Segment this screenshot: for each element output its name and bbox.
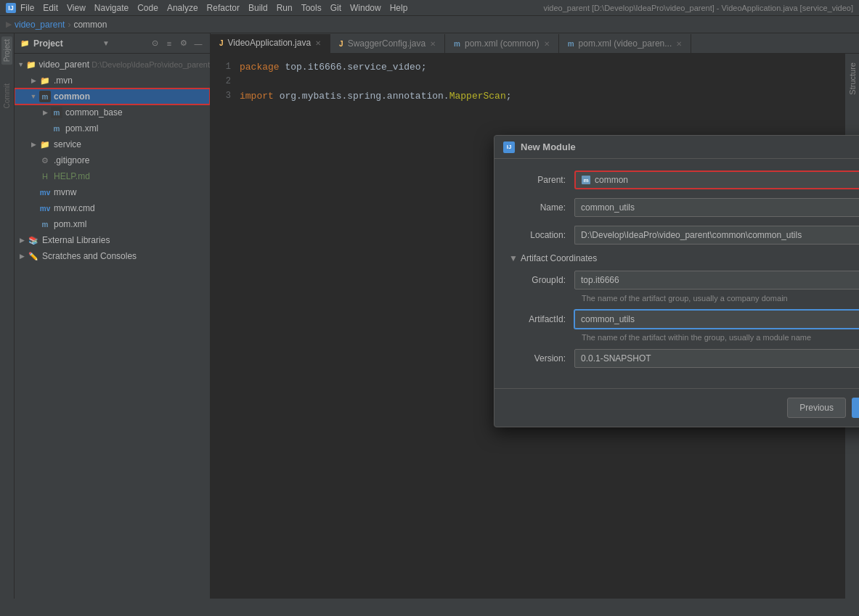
tree-item-common-base[interactable]: ▶ m common_base: [15, 104, 210, 120]
finish-button[interactable]: Finish: [852, 398, 859, 418]
breadcrumb-root[interactable]: video_parent: [15, 20, 65, 30]
location-row: Location: 📂: [509, 226, 859, 245]
main-layout: Project Commit 📁 Project ▼ ⊙ ≡ ⚙ — ▼ 📁 v…: [0, 33, 859, 599]
groupid-row: GroupId:: [509, 271, 859, 289]
dialog-icon: IJ: [503, 141, 515, 153]
code-content: package top.it6666.service_video;: [240, 62, 426, 73]
artifact-section-header: ▼ Artifact Coordinates: [509, 253, 859, 263]
tree-item-video-parent[interactable]: ▼ 📁 video_parent D:\Develop\IdeaPro\vide…: [15, 57, 210, 73]
tab-pom-video[interactable]: m pom.xml (video_paren... ✕: [559, 34, 692, 53]
menu-run[interactable]: Run: [277, 3, 293, 13]
tab-label: pom.xml (video_paren...: [579, 38, 672, 49]
toggle-icon: ▼: [17, 60, 25, 69]
parent-row: Parent: m common ▼: [509, 171, 859, 189]
collapse-icon[interactable]: ≡: [163, 38, 175, 49]
folder-icon: 📁: [39, 139, 51, 150]
breadcrumb: ▶ video_parent › common: [0, 16, 859, 33]
parent-dropdown[interactable]: m common ▼: [574, 171, 859, 189]
tab-close-icon[interactable]: ✕: [544, 40, 550, 48]
tree-label: Scratches and Consoles: [42, 251, 137, 261]
maven-module-icon: m: [582, 176, 590, 184]
tab-close-icon[interactable]: ✕: [676, 40, 682, 48]
menu-build[interactable]: Build: [248, 3, 268, 13]
menu-edit[interactable]: Edit: [43, 3, 58, 13]
tabs-bar: J VideoApplication.java ✕ J SwaggerConfi…: [211, 33, 859, 54]
sidebar-tab-project[interactable]: Project: [1, 36, 12, 65]
tree-item-gitignore[interactable]: ⚙ .gitignore: [15, 152, 210, 168]
menu-analyze[interactable]: Analyze: [167, 3, 198, 13]
dialog-title-bar: IJ New Module ✕: [494, 136, 859, 159]
tree-item-scratches[interactable]: ▶ ✏️ Scratches and Consoles: [15, 248, 210, 264]
java-icon: J: [219, 39, 224, 47]
scratch-icon: ✏️: [28, 250, 39, 262]
tree-label: .mvn: [54, 75, 73, 86]
artifactid-row: ArtifactId:: [509, 310, 859, 329]
line-number: 1: [211, 62, 240, 72]
title-bar: IJ File Edit View Navigate Code Analyze …: [0, 0, 859, 16]
tree-item-pom-root[interactable]: m pom.xml: [15, 216, 210, 232]
parent-value: common: [595, 175, 859, 185]
tree-item-mvn[interactable]: ▶ 📁 .mvn: [15, 73, 210, 89]
tab-close-icon[interactable]: ✕: [430, 40, 436, 48]
new-module-dialog: IJ New Module ✕ Parent: m common ▼: [494, 135, 859, 427]
line-number: 3: [211, 91, 240, 101]
tab-pom-common[interactable]: m pom.xml (common) ✕: [445, 34, 559, 53]
tree-label: mvnw.cmd: [54, 203, 95, 213]
file-icon: H: [39, 171, 51, 182]
section-collapse-icon[interactable]: ▼: [509, 253, 518, 263]
close-panel-icon[interactable]: —: [192, 38, 204, 49]
menu-git[interactable]: Git: [330, 3, 341, 13]
menu-navigate[interactable]: Navigate: [94, 3, 129, 13]
tab-label: pom.xml (common): [465, 38, 540, 49]
module-icon: m: [51, 107, 62, 118]
folder-icon: 📁: [26, 59, 36, 70]
parent-label: Parent:: [509, 175, 574, 185]
tab-close-icon[interactable]: ✕: [315, 39, 321, 47]
name-input[interactable]: [574, 198, 859, 217]
breadcrumb-common[interactable]: common: [73, 20, 107, 30]
window-title: video_parent [D:\Develop\IdeaPro\video_p…: [543, 4, 853, 12]
tab-swaggerconfig[interactable]: J SwaggerConfig.java ✕: [330, 34, 445, 53]
artifactid-hint: The name of the artifact within the grou…: [509, 333, 859, 342]
tree-item-helpmd[interactable]: H HELP.md: [15, 168, 210, 184]
location-input[interactable]: [574, 226, 859, 245]
version-input[interactable]: [574, 349, 859, 368]
tree-label: common_base: [65, 107, 123, 118]
tab-videoapplication[interactable]: J VideoApplication.java ✕: [211, 34, 330, 53]
tree-item-common[interactable]: ▼ m common: [15, 89, 210, 104]
structure-tab[interactable]: Structure: [847, 57, 858, 101]
pom-icon: m: [39, 218, 51, 230]
name-label: Name:: [509, 202, 574, 213]
menu-file[interactable]: File: [20, 3, 34, 13]
spacer: [29, 220, 38, 229]
section-title: Artifact Coordinates: [521, 253, 597, 263]
code-line-2: 2: [211, 74, 859, 89]
menu-tools[interactable]: Tools: [301, 3, 322, 13]
tree-label: HELP.md: [54, 171, 90, 181]
menu-bar[interactable]: File Edit View Navigate Code Analyze Ref…: [20, 3, 407, 13]
spacer: [29, 188, 38, 197]
dialog-title: New Module: [521, 141, 576, 152]
file-icon: mv: [39, 202, 51, 214]
tree-item-service[interactable]: ▶ 📁 service: [15, 136, 210, 152]
tree-item-mvnw[interactable]: mv mvnw: [15, 184, 210, 200]
spacer: [29, 156, 38, 165]
menu-code[interactable]: Code: [137, 3, 158, 13]
locate-icon[interactable]: ⊙: [149, 38, 160, 49]
groupid-input[interactable]: [574, 271, 859, 289]
artifactid-input[interactable]: [574, 310, 859, 329]
sidebar-tab-commit[interactable]: Commit: [1, 81, 12, 111]
menu-refactor[interactable]: Refactor: [207, 3, 240, 13]
menu-view[interactable]: View: [67, 3, 86, 13]
version-row: Version:: [509, 349, 859, 368]
tree-item-pom-common[interactable]: m pom.xml: [15, 120, 210, 136]
tree-label: External Libraries: [42, 235, 110, 245]
menu-window[interactable]: Window: [350, 3, 381, 13]
spacer: [29, 204, 38, 213]
tree-item-mvnw-cmd[interactable]: mv mvnw.cmd: [15, 200, 210, 216]
previous-button[interactable]: Previous: [787, 398, 846, 418]
menu-help[interactable]: Help: [390, 3, 408, 13]
tree-item-external-libs[interactable]: ▶ 📚 External Libraries: [15, 232, 210, 248]
settings-icon[interactable]: ⚙: [178, 38, 190, 49]
tree-label: .gitignore: [54, 155, 89, 165]
